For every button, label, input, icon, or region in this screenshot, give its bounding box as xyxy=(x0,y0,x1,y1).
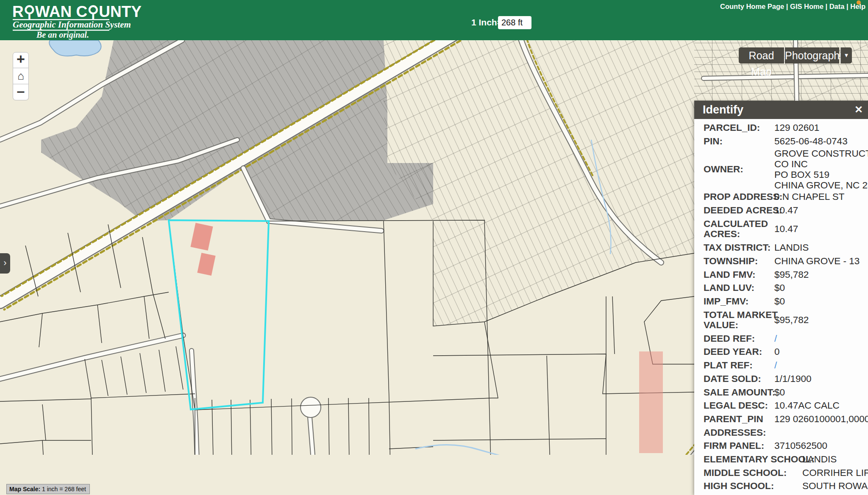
svg-text:County Home Page | GIS Home |: County Home Page | GIS Home | Data | Hel… xyxy=(720,3,865,10)
svg-text:Be an original.: Be an original. xyxy=(36,30,89,40)
svg-text:Geographic Information System: Geographic Information System xyxy=(13,19,131,30)
svg-text:1 Inch=: 1 Inch= xyxy=(471,17,502,27)
svg-text:268 ft: 268 ft xyxy=(501,18,523,27)
svg-text:R⚲WAN C⚲UNTY: R⚲WAN C⚲UNTY xyxy=(12,3,142,20)
